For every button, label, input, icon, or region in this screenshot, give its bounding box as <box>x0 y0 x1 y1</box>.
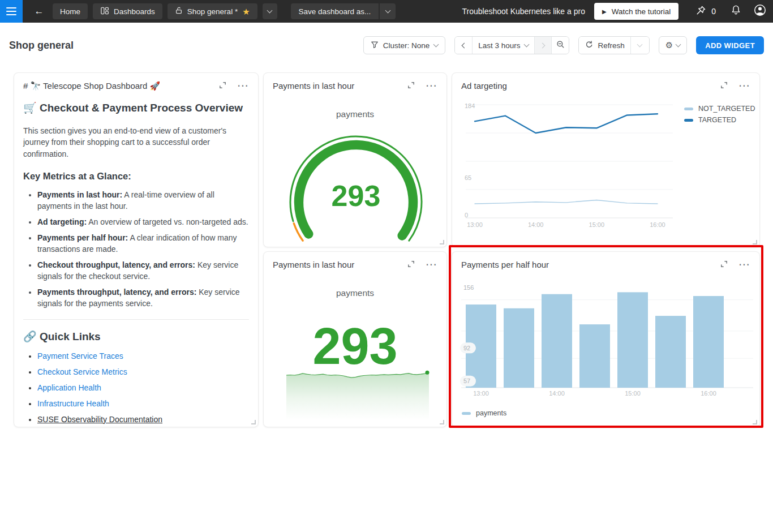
quick-links-heading: 🔗 Quick Links <box>23 330 249 343</box>
key-metrics-heading: Key Metrics at a Glance: <box>23 171 249 182</box>
link-checkout-service-metrics[interactable]: Checkout Service Metrics <box>37 367 127 376</box>
list-item: Payments in last hour: A real-time overv… <box>37 189 249 212</box>
app: ← Home Dashboards Shop general * <box>0 0 773 532</box>
time-forward-button[interactable] <box>534 37 551 54</box>
widget-title: # 🔭 Telescope Shop Dashboard 🚀 <box>23 81 160 91</box>
expand-icon[interactable] <box>720 81 728 89</box>
pin-icon <box>695 5 706 18</box>
chevron-down-icon <box>676 42 681 48</box>
back-arrow-button[interactable]: ← <box>31 6 48 17</box>
time-zoom-out-button[interactable] <box>551 37 569 54</box>
list-item: Payments throughput, latency, and errors… <box>37 286 249 309</box>
chevron-down-icon <box>433 42 439 48</box>
tabs-overflow-button[interactable] <box>263 3 277 19</box>
tab-home[interactable]: Home <box>53 3 88 19</box>
svg-text:0: 0 <box>465 212 468 218</box>
chevron-right-icon <box>540 42 546 48</box>
svg-text:16:00: 16:00 <box>650 221 665 228</box>
overview-heading: 🛒 Checkout & Payment Process Overview <box>23 101 249 114</box>
add-widget-button[interactable]: ADD WIDGET <box>696 36 764 54</box>
payments-big-number-widget: Payments in last hour ⋯ payments 293 <box>263 251 447 427</box>
ad-targeting-legend: NOT_TARGETED TARGETED <box>684 105 755 124</box>
svg-text:15:00: 15:00 <box>625 390 641 397</box>
watch-tutorial-button[interactable]: ▶ Watch the tutorial <box>594 3 678 20</box>
tab-shop-general-label: Shop general * <box>187 7 238 16</box>
legend-item-not-targeted[interactable]: NOT_TARGETED <box>684 105 755 113</box>
list-item: Ad targeting: An overview of targeted vs… <box>37 216 249 228</box>
link-application-health[interactable]: Application Health <box>37 383 101 392</box>
page-title: Shop general <box>9 40 74 52</box>
more-menu-icon[interactable]: ⋯ <box>426 83 437 88</box>
save-dashboard-as-button[interactable]: Save dashboard as... <box>291 3 379 19</box>
user-avatar-button[interactable] <box>754 4 766 19</box>
gear-icon: ⚙ <box>665 40 673 50</box>
more-menu-icon[interactable]: ⋯ <box>738 83 750 88</box>
svg-text:14:00: 14:00 <box>528 221 544 228</box>
dashboard-settings-button[interactable]: ⚙ <box>659 36 687 54</box>
widget-title: Payments in last hour <box>273 260 354 269</box>
svg-text:13:00: 13:00 <box>467 221 483 228</box>
dashboards-icon <box>100 6 109 17</box>
hamburger-menu-button[interactable] <box>0 0 23 23</box>
svg-text:16:00: 16:00 <box>701 390 716 397</box>
add-widget-label: ADD WIDGET <box>705 41 755 50</box>
resize-handle[interactable] <box>251 420 256 424</box>
play-icon: ▶ <box>602 8 607 15</box>
expand-icon[interactable] <box>407 81 415 89</box>
save-dashboard-split-button: Save dashboard as... <box>291 3 396 19</box>
tab-shop-general[interactable]: Shop general * ★ <box>168 3 257 19</box>
time-range-button[interactable]: Last 3 hours <box>472 37 534 54</box>
more-menu-icon[interactable]: ⋯ <box>738 261 750 267</box>
legend-swatch <box>684 108 693 110</box>
legend-item-targeted[interactable]: TARGETED <box>684 116 755 124</box>
chevron-down-icon <box>524 42 530 48</box>
resize-handle[interactable] <box>440 240 444 244</box>
legend-swatch <box>462 412 471 415</box>
list-item: Application Health <box>37 383 249 393</box>
chevron-down-icon <box>637 42 643 48</box>
favorite-star-icon[interactable]: ★ <box>242 7 250 16</box>
payments-per-half-hour-widget: Payments per half hour ⋯ 156925713:0014:… <box>452 251 760 427</box>
legend-label: TARGETED <box>698 116 736 124</box>
toolbar-controls: Cluster: None Last 3 hours <box>363 36 764 54</box>
time-back-button[interactable] <box>455 37 472 54</box>
expand-icon[interactable] <box>720 260 728 268</box>
payments-bar-chart: 156925713:0014:0015:0016:00 <box>452 274 760 404</box>
watch-tutorial-label: Watch the tutorial <box>612 7 671 16</box>
legend-item-payments[interactable]: payments <box>462 409 506 417</box>
svg-text:156: 156 <box>463 284 474 291</box>
time-range-group: Last 3 hours <box>454 36 569 54</box>
chevron-down-icon <box>385 8 390 14</box>
metric-label: payments <box>264 109 446 119</box>
key-metrics-list: Payments in last hour: A real-time overv… <box>23 189 249 309</box>
link-payment-service-traces[interactable]: Payment Service Traces <box>37 351 123 361</box>
tab-dashboards[interactable]: Dashboards <box>93 3 162 19</box>
more-menu-icon[interactable]: ⋯ <box>237 83 249 88</box>
ad-targeting-widget: Ad targeting ⋯ 18465013:0014:0015:0016:0… <box>452 72 760 247</box>
resize-handle[interactable] <box>753 240 757 244</box>
link-suse-observability-docs[interactable]: SUSE Observability Documentation <box>37 415 162 424</box>
save-dashboard-menu-button[interactable] <box>380 3 396 19</box>
metric-value: 293 <box>264 321 446 372</box>
widget-title: Payments in last hour <box>273 81 354 91</box>
pin-count: 0 <box>711 7 716 16</box>
notifications-bell-button[interactable] <box>731 5 741 18</box>
list-item: Checkout Service Metrics <box>37 367 249 377</box>
svg-text:293: 293 <box>332 179 381 212</box>
expand-icon[interactable] <box>407 260 415 268</box>
resize-handle[interactable] <box>440 420 444 424</box>
more-menu-icon[interactable]: ⋯ <box>426 261 437 267</box>
pinned-items-button[interactable]: 0 <box>695 5 716 18</box>
resize-handle[interactable] <box>753 420 757 424</box>
svg-text:13:00: 13:00 <box>473 390 489 397</box>
svg-text:14:00: 14:00 <box>549 390 565 397</box>
link-infrastructure-health[interactable]: Infrastructure Health <box>37 399 109 408</box>
tab-home-label: Home <box>60 7 80 16</box>
top-navbar: ← Home Dashboards Shop general * <box>0 0 773 23</box>
cluster-filter-button[interactable]: Cluster: None <box>363 36 446 54</box>
svg-text:57: 57 <box>463 377 470 384</box>
refresh-interval-button[interactable] <box>630 37 649 54</box>
expand-icon[interactable] <box>218 81 227 89</box>
refresh-button[interactable]: Refresh <box>579 37 630 54</box>
svg-text:92: 92 <box>463 345 470 351</box>
